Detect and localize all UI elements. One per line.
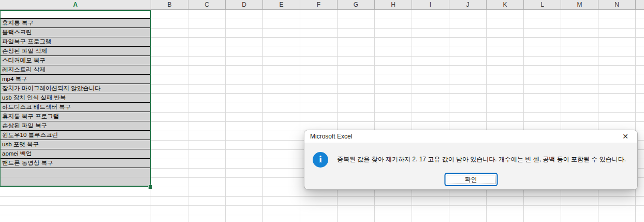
dialog-titlebar: Microsoft Excel ✕ — [304, 130, 637, 143]
column-header-D[interactable]: D — [225, 0, 262, 9]
cell-A13[interactable]: 손상된 파일 복구 — [1, 121, 150, 131]
column-header-partial[interactable] — [635, 0, 644, 9]
gridlines-vertical — [151, 10, 644, 222]
cell-A8[interactable]: mp4 복구 — [1, 75, 150, 84]
column-headers-row: ABCDEFGHIJKLMN — [0, 0, 644, 10]
column-header-H[interactable]: H — [374, 0, 412, 9]
column-header-C[interactable]: C — [188, 0, 225, 9]
cell-A14[interactable]: 윈도우10 블루스크린 — [1, 131, 150, 140]
cell-A3[interactable]: 블랙스크린 — [1, 28, 150, 37]
fill-handle[interactable] — [148, 185, 152, 189]
dialog-title: Microsoft Excel — [304, 133, 613, 140]
dialog-message: 중복된 값을 찾아 제거하지 2. 17 고유 값이 남아 있습니다. 개수에는… — [337, 155, 626, 164]
selected-range-column-a[interactable]: 휴지통 복구블랙스크린파일복구 프로그램손상된 파일 삭제스티커메모 복구레지스… — [0, 10, 151, 187]
cell-A5[interactable]: 손상된 파일 삭제 — [1, 47, 150, 56]
cell-A1[interactable] — [1, 11, 150, 19]
column-header-F[interactable]: F — [300, 0, 337, 9]
column-header-A[interactable]: A — [0, 0, 151, 9]
column-header-M[interactable]: M — [561, 0, 598, 9]
column-header-K[interactable]: K — [486, 0, 523, 9]
ok-button[interactable]: 확인 — [444, 173, 497, 186]
column-header-J[interactable]: J — [449, 0, 486, 9]
column-header-B[interactable]: B — [151, 0, 188, 9]
cell-A7[interactable]: 레지스트리 삭제 — [1, 65, 150, 75]
cell-A15[interactable]: usb 포맷 복구 — [1, 140, 150, 149]
cell-A4[interactable]: 파일복구 프로그램 — [1, 37, 150, 47]
cell-A16[interactable]: aomei 백업 — [1, 149, 150, 159]
dialog-body: i 중복된 값을 찾아 제거하지 2. 17 고유 값이 남아 있습니다. 개수… — [304, 143, 637, 189]
excel-message-dialog: Microsoft Excel ✕ i 중복된 값을 찾아 제거하지 2. 17… — [304, 130, 638, 190]
info-icon: i — [313, 152, 328, 168]
excel-worksheet: ABCDEFGHIJKLMN 휴지통 복구블랙스크린파일복구 프로그램손상된 파… — [0, 0, 644, 222]
column-header-L[interactable]: L — [523, 0, 561, 9]
cell-A6[interactable]: 스티커메모 복구 — [1, 56, 150, 65]
cell-A12[interactable]: 휴지통 복구 프로그램 — [1, 112, 150, 121]
column-header-N[interactable]: N — [598, 0, 635, 9]
cell-A2[interactable]: 휴지통 복구 — [1, 19, 150, 28]
column-header-G[interactable]: G — [337, 0, 374, 9]
cell-A19[interactable] — [1, 177, 150, 186]
column-header-I[interactable]: I — [412, 0, 449, 9]
cell-A10[interactable]: usb 장치 인식 실패 반복 — [1, 93, 150, 103]
cell-A17[interactable]: 핸드폰 동영상 복구 — [1, 159, 150, 168]
close-icon[interactable]: ✕ — [613, 130, 637, 143]
column-header-E[interactable]: E — [262, 0, 300, 9]
cell-A11[interactable]: 하드디스크 배드섹터 복구 — [1, 103, 150, 112]
cell-A9[interactable]: 장치가 마이그레이션되지 않았습니다 — [1, 84, 150, 93]
cell-A18[interactable] — [1, 168, 150, 177]
